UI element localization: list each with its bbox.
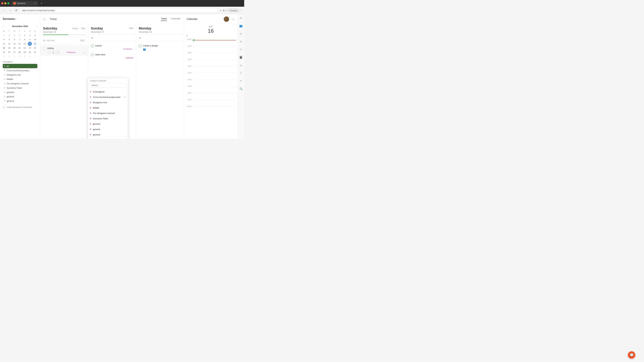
close-panel-icon[interactable]: →| [230, 17, 235, 21]
task-create-a-design[interactable]: ✓ create a design 👥 [136, 43, 184, 52]
reload-button[interactable]: ↺ [14, 8, 18, 12]
cal-day[interactable]: 27 [12, 50, 16, 54]
task-check-create-design[interactable]: ✓ [139, 44, 142, 47]
cal-day[interactable]: 11 [2, 42, 6, 46]
cal-day[interactable]: 20 [12, 46, 16, 50]
dropdown-item-general-3[interactable]: # general [88, 132, 128, 136]
cal-day[interactable]: 2 [28, 33, 32, 37]
channel-item-general-3[interactable]: # general [3, 99, 38, 103]
dropdown-item-our-designers-channel[interactable]: # Our designers channel [88, 110, 128, 116]
next-month-button[interactable]: › [36, 24, 38, 28]
cal-day[interactable]: 23 [28, 46, 32, 50]
dropdown-item-cross-functional[interactable]: # Cross-functional project plan ✓ [88, 94, 128, 100]
channel-item-cross-functional[interactable]: # Cross-functional projec... [3, 68, 38, 72]
cal-day[interactable]: 8 [23, 37, 27, 41]
browser-tab[interactable]: Sunsama ✕ [12, 1, 38, 6]
cal-day[interactable]: 7 [33, 54, 37, 58]
user-avatar[interactable] [224, 16, 229, 22]
task-action-check[interactable]: ✓ [47, 50, 51, 54]
refresh-icon[interactable]: ⟳ [239, 47, 243, 52]
task-check-tasks-here[interactable]: ✓ [91, 53, 94, 56]
people-icon[interactable]: 👥 [238, 23, 244, 28]
sidebar-logo[interactable]: Sunsama ▾ [0, 16, 40, 23]
task-check-editing[interactable] [43, 47, 46, 50]
focus-button[interactable]: Focus [72, 27, 78, 30]
channel-item-designers-one[interactable]: # Designers-one [3, 72, 38, 77]
cal-day[interactable]: 22 [23, 46, 27, 50]
sync-icon[interactable]: ↻ [239, 78, 243, 83]
cal-day-highlighted[interactable]: 18 [2, 46, 6, 50]
back-button[interactable]: ← [2, 8, 7, 12]
cal-day[interactable]: 3 [12, 54, 16, 58]
channel-item-general-2[interactable]: # general [3, 94, 38, 99]
maximize-btn[interactable] [8, 2, 10, 4]
add-task-button-monday[interactable]: ⊕ [136, 35, 184, 41]
add-task-button-saturday[interactable]: ⊕ Add task 0:55 [40, 37, 88, 44]
location-icon[interactable]: ◎ [239, 63, 243, 68]
notebook-icon[interactable]: 📓 [238, 55, 244, 60]
channel-item-all[interactable]: # all [3, 64, 38, 68]
dropdown-item-middle[interactable]: # Middle [88, 105, 128, 110]
cal-day[interactable]: 14 [18, 42, 22, 46]
cal-day[interactable]: 28 [18, 50, 22, 54]
receipt-icon[interactable]: 🗒 [239, 70, 243, 76]
address-bar[interactable]: app.sunsama.com/group/moodjoy [20, 8, 218, 12]
cal-day[interactable]: 7 [18, 37, 22, 41]
cal-day[interactable]: 15 [23, 42, 27, 46]
dropdown-item-general-2[interactable]: # general [88, 126, 128, 132]
cal-day[interactable]: 3 [33, 33, 37, 37]
forward-button[interactable]: → [8, 8, 13, 12]
tab-tasks[interactable]: Tasks [161, 17, 167, 21]
manage-channels-button[interactable]: Manage channels [88, 137, 128, 139]
tab-close-button[interactable]: ✕ [34, 2, 36, 5]
cal-day[interactable]: 1 [2, 54, 6, 58]
dropdown-item-unassigned[interactable]: # Unassigned [88, 89, 128, 94]
cal-day[interactable]: 9 [28, 37, 32, 41]
plan-button-sunday[interactable]: Plan [129, 27, 133, 29]
cal-day-today[interactable]: 16 [28, 42, 32, 46]
cal-day[interactable]: 12 [7, 42, 11, 46]
cal-day[interactable]: 29 [23, 50, 27, 54]
zoom-in-icon[interactable]: ⊕ [186, 35, 188, 37]
table-icon[interactable]: ⊟ [239, 31, 243, 36]
channel-item-sunsama-tasks[interactable]: # Sunsama Tasks [3, 86, 38, 90]
task-check-travels[interactable]: ✓ [91, 44, 94, 47]
prev-month-button[interactable]: ‹ [2, 24, 4, 28]
cal-day[interactable]: 2 [7, 54, 11, 58]
today-button[interactable]: Today [50, 17, 57, 21]
cal-day[interactable]: 27 [2, 33, 6, 37]
cal-day[interactable]: 26 [7, 50, 11, 54]
cal-day[interactable]: 4 [18, 54, 22, 58]
back-to-day-button[interactable]: |← [44, 17, 47, 21]
cal-day[interactable]: 28 [7, 33, 11, 37]
invite-button[interactable]: + Invite someone to Sunsama [0, 104, 40, 110]
search-icon[interactable]: 🔍 [238, 86, 244, 91]
channel-item-our-designers[interactable]: # Our designers channel [3, 81, 38, 86]
channel-search-input[interactable] [90, 83, 126, 88]
close-btn[interactable] [1, 2, 3, 4]
task-travels[interactable]: ✓ travels # Cross-fu... [88, 43, 136, 52]
cal-day[interactable]: 1 [23, 33, 27, 37]
dropdown-item-sunsama-tasks[interactable]: # Sunsama Tasks [88, 116, 128, 121]
task-tasks-here[interactable]: ✓ tasks here # general [88, 52, 136, 60]
new-tab-button[interactable]: + [40, 2, 44, 5]
add-task-button-sunday[interactable]: ⊕ [88, 35, 136, 41]
cal-day[interactable]: 29 [12, 33, 16, 37]
cal-day[interactable]: 4 [2, 37, 6, 41]
extensions-icon[interactable]: □ [226, 9, 227, 12]
cal-day[interactable]: 5 [23, 54, 27, 58]
cal-day[interactable]: 10 [33, 37, 37, 41]
channel-item-general-1[interactable]: # general [3, 90, 38, 94]
download-icon[interactable]: ⬇ [223, 9, 225, 12]
grid-icon[interactable]: ⊞ [239, 15, 243, 21]
task-editing[interactable]: editing ✓ 🗓 ⏱ # Cross-fu. [40, 45, 88, 56]
cal-day[interactable]: 30 [18, 33, 22, 37]
cal-day[interactable]: 25 [2, 50, 6, 54]
cal-day[interactable]: 6 [28, 54, 32, 58]
cal-day[interactable]: 30 [28, 50, 32, 54]
cal-day[interactable]: 31 [33, 50, 37, 54]
dropdown-item-designers-one[interactable]: # Designers-one [88, 100, 128, 105]
cal-day[interactable]: 6 [12, 37, 16, 41]
task-collapse-icon[interactable]: ▲ [84, 51, 85, 53]
cal-day[interactable]: 19 [7, 46, 11, 50]
